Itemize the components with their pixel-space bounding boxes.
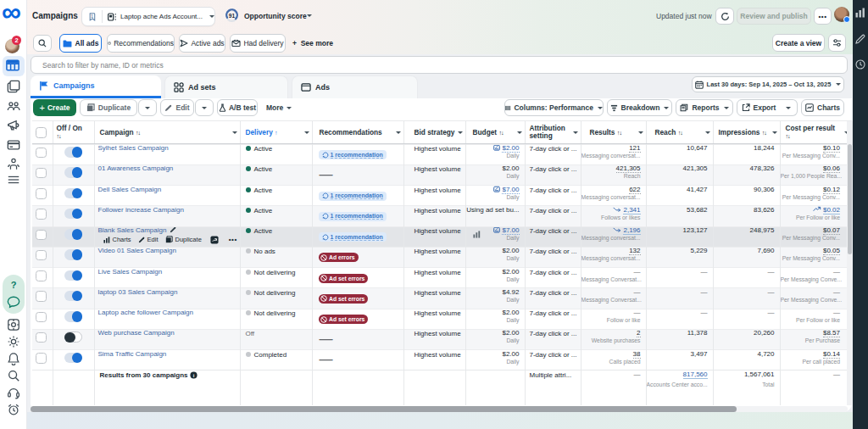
- svg-text:1: 1: [91, 14, 93, 19]
- svg-text:91: 91: [229, 13, 236, 19]
